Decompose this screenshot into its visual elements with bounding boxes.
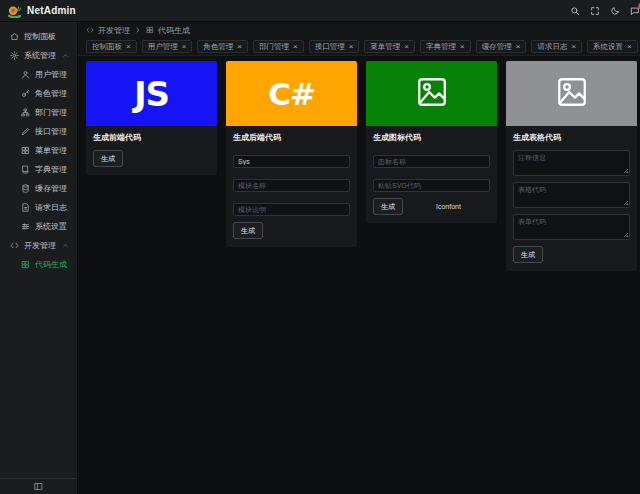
sidebar-item-菜单管理[interactable]: 菜单管理 [0, 141, 77, 160]
tab-close-icon[interactable]: × [126, 43, 131, 51]
tab-系统设置[interactable]: 系统设置× [587, 40, 638, 53]
sidebar-item-label: 用户管理 [35, 69, 67, 80]
sidebar-item-系统设置[interactable]: 系统设置 [0, 217, 77, 236]
search-icon[interactable] [570, 6, 580, 16]
sidebar-item-用户管理[interactable]: 用户管理 [0, 65, 77, 84]
generate-button[interactable]: 生成 [373, 198, 403, 215]
org-icon [21, 108, 30, 117]
table-input-1[interactable] [513, 182, 630, 208]
backend-input-2[interactable] [233, 203, 350, 216]
image-icon [555, 75, 589, 113]
user-icon [21, 70, 30, 79]
sidebar-item-接口管理[interactable]: 接口管理 [0, 122, 77, 141]
tab-label: 角色管理 [203, 42, 233, 52]
generate-button[interactable]: 生成 [93, 150, 123, 167]
tab-close-icon[interactable]: × [404, 43, 409, 51]
tab-label: 字典管理 [426, 42, 456, 52]
tab-角色管理[interactable]: 角色管理× [197, 40, 248, 53]
tab-close-icon[interactable]: × [516, 43, 521, 51]
sidebar-item-系统管理[interactable]: 系统管理 [0, 46, 77, 65]
pencil-icon [21, 127, 30, 136]
card-footer: 生成 [93, 150, 210, 167]
sidebar-item-label: 系统管理 [24, 50, 56, 61]
icon-input-1[interactable] [373, 179, 490, 192]
sidebar-item-缓存管理[interactable]: 缓存管理 [0, 179, 77, 198]
tab-close-icon[interactable]: × [182, 43, 187, 51]
sidebar-item-label: 代码生成 [35, 259, 67, 270]
breadcrumb-page[interactable]: 代码生成 [158, 25, 190, 36]
card-footer: 生成 [513, 246, 630, 263]
tab-close-icon[interactable]: × [293, 43, 298, 51]
sidebar-item-label: 字典管理 [35, 164, 67, 175]
iconfont-link[interactable]: Iconfont [436, 203, 461, 210]
home-icon [10, 32, 19, 41]
backend-input-0[interactable] [233, 155, 350, 168]
card-backend: C#生成后端代码生成 [226, 61, 357, 247]
code-icon [10, 241, 19, 250]
table-field-0 [513, 150, 630, 176]
table-input-0[interactable] [513, 150, 630, 176]
sidebar-item-角色管理[interactable]: 角色管理 [0, 84, 77, 103]
banner-text: C# [268, 76, 315, 112]
tab-close-icon[interactable]: × [627, 43, 632, 51]
backend-input-1[interactable] [233, 179, 350, 192]
card-body: 生成图标代码生成Iconfont [366, 126, 497, 223]
table-banner [506, 61, 637, 126]
tab-label: 缓存管理 [482, 42, 512, 52]
icon-input-0[interactable] [373, 155, 490, 168]
tab-请求日志[interactable]: 请求日志× [531, 40, 582, 53]
tab-用户管理[interactable]: 用户管理× [142, 40, 193, 53]
tab-close-icon[interactable]: × [237, 43, 242, 51]
key-icon [21, 89, 30, 98]
theme-icon[interactable] [610, 6, 620, 16]
generate-button[interactable]: 生成 [233, 222, 263, 239]
file-icon [21, 203, 30, 212]
card-footer: 生成 [233, 222, 350, 239]
card-title: 生成图标代码 [373, 132, 490, 143]
tab-label: 接口管理 [315, 42, 345, 52]
sidebar: 控制面板系统管理用户管理角色管理部门管理接口管理菜单管理字典管理缓存管理请求日志… [0, 22, 78, 494]
backend-field-1 [233, 174, 350, 192]
tab-接口管理[interactable]: 接口管理× [309, 40, 360, 53]
tab-缓存管理[interactable]: 缓存管理× [476, 40, 527, 53]
main-area: 开发管理 代码生成 控制面板×用户管理×角色管理×部门管理×接口管理×菜单管理×… [78, 22, 640, 494]
sidebar-item-部门管理[interactable]: 部门管理 [0, 103, 77, 122]
icon-field-0 [373, 150, 490, 168]
card-footer: 生成Iconfont [373, 198, 490, 215]
sidebar-item-请求日志[interactable]: 请求日志 [0, 198, 77, 217]
brand[interactable]: NetAdmin [7, 4, 76, 18]
sidebar-item-label: 部门管理 [35, 107, 67, 118]
card-body: 生成前端代码生成 [86, 126, 217, 175]
icon-banner [366, 61, 497, 126]
tab-close-icon[interactable]: × [460, 43, 465, 51]
tab-close-icon[interactable]: × [349, 43, 354, 51]
fullscreen-icon[interactable] [590, 6, 600, 16]
tab-菜单管理[interactable]: 菜单管理× [364, 40, 415, 53]
tab-label: 系统设置 [593, 42, 623, 52]
table-input-2[interactable] [513, 214, 630, 240]
book-icon [21, 165, 30, 174]
collapse-sidebar-icon[interactable] [34, 482, 43, 491]
breadcrumb-section[interactable]: 开发管理 [98, 25, 130, 36]
tab-控制面板[interactable]: 控制面板× [86, 40, 137, 53]
sidebar-item-控制面板[interactable]: 控制面板 [0, 27, 77, 46]
banner-text: JS [134, 74, 169, 114]
tab-字典管理[interactable]: 字典管理× [420, 40, 471, 53]
message-icon[interactable] [630, 6, 640, 16]
sidebar-item-label: 接口管理 [35, 126, 67, 137]
sidebar-item-字典管理[interactable]: 字典管理 [0, 160, 77, 179]
tab-label: 菜单管理 [370, 42, 400, 52]
generate-button[interactable]: 生成 [513, 246, 543, 263]
card-frontend: JS生成前端代码生成 [86, 61, 217, 175]
database-icon [21, 184, 30, 193]
tab-close-icon[interactable]: × [571, 43, 576, 51]
sidebar-item-代码生成[interactable]: 代码生成 [0, 255, 77, 274]
tab-label: 控制面板 [92, 42, 122, 52]
card-table: 生成表格代码生成 [506, 61, 637, 271]
tab-部门管理[interactable]: 部门管理× [253, 40, 304, 53]
sidebar-item-label: 缓存管理 [35, 183, 67, 194]
chevron-right-icon [134, 26, 142, 34]
sidebar-item-开发管理[interactable]: 开发管理 [0, 236, 77, 255]
tab-label: 用户管理 [148, 42, 178, 52]
tab-label: 请求日志 [537, 42, 567, 52]
